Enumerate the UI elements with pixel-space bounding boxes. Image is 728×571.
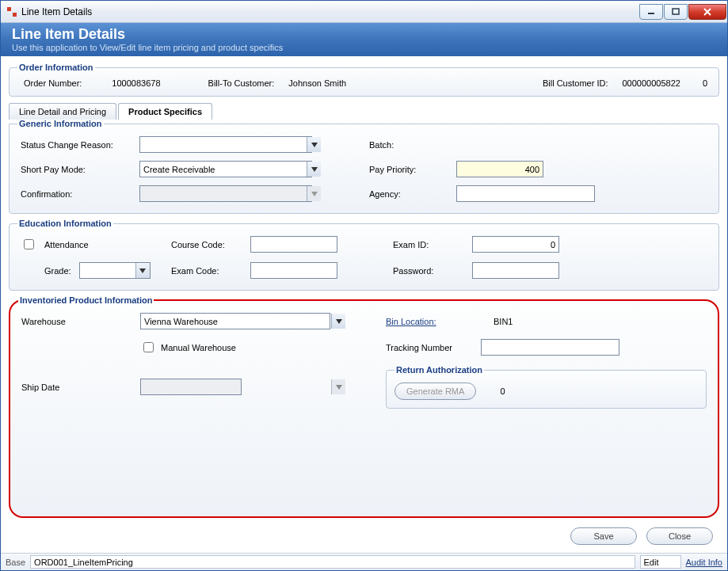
close-button-form[interactable]: Close: [646, 527, 713, 545]
warehouse-label: Warehouse: [21, 317, 140, 326]
titlebar: Line Item Details: [1, 1, 727, 23]
attendance-label: Attendance: [44, 240, 171, 249]
password-input[interactable]: [472, 262, 559, 279]
agency-label: Agency:: [369, 189, 456, 199]
pay-priority-label: Pay Priority:: [369, 165, 456, 174]
chevron-down-icon[interactable]: [135, 263, 150, 278]
svg-rect-3: [673, 9, 679, 14]
maximize-icon: [672, 8, 680, 16]
maximize-button[interactable]: [664, 4, 688, 20]
inventoried-product-legend: Inventoried Product Information: [18, 295, 154, 305]
order-information-legend: Order Information: [17, 63, 95, 72]
app-icon: [6, 6, 18, 18]
order-number-value: 1000083678: [112, 78, 160, 88]
course-code-input[interactable]: [250, 236, 337, 253]
order-row: Order Number: 1000083678 Bill-To Custome…: [17, 75, 711, 89]
tracking-number-input[interactable]: [481, 339, 619, 356]
content: Order Information Order Number: 10000836…: [1, 56, 727, 553]
svg-rect-0: [7, 7, 11, 11]
close-icon: [703, 8, 712, 16]
exam-id-input[interactable]: [472, 236, 559, 253]
save-button[interactable]: Save: [570, 527, 637, 545]
attendance-checkbox[interactable]: [24, 239, 34, 249]
manual-warehouse-label: Manual Warehouse: [161, 343, 236, 352]
ship-date-picker: [140, 379, 346, 395]
minimize-button[interactable]: [639, 4, 663, 20]
short-pay-mode-label: Short Pay Mode:: [21, 165, 139, 174]
warehouse-combo[interactable]: [140, 313, 346, 329]
audit-info-link[interactable]: Audit Info: [686, 558, 722, 567]
chevron-down-icon[interactable]: [307, 137, 321, 152]
chevron-down-icon[interactable]: [307, 162, 321, 177]
status-change-reason-combo[interactable]: [139, 136, 322, 153]
warehouse-input[interactable]: [140, 313, 330, 329]
page-subtitle: Use this application to View/Edit line i…: [12, 43, 716, 52]
close-button[interactable]: [688, 4, 726, 20]
tabs: Line Detail and Pricing Product Specific…: [9, 103, 719, 120]
return-authorization-group: Return Authorization Generate RMA 0: [386, 365, 707, 409]
order-information-group: Order Information Order Number: 10000836…: [9, 63, 719, 97]
button-row: Save Close: [9, 523, 719, 548]
page-title: Line Item Details: [12, 26, 716, 43]
minimize-icon: [647, 8, 655, 16]
exam-code-label: Exam Code:: [171, 266, 250, 276]
window: Line Item Details Line Item Details Use …: [0, 0, 728, 571]
generate-rma-button[interactable]: Generate RMA: [394, 383, 476, 400]
bin-location-link[interactable]: Bin Location:: [386, 317, 481, 326]
exam-code-input[interactable]: [250, 262, 337, 279]
order-number-label: Order Number:: [24, 78, 82, 88]
svg-rect-1: [13, 13, 17, 17]
status-change-reason-label: Status Change Reason:: [21, 140, 139, 150]
chevron-down-icon[interactable]: [331, 314, 345, 329]
education-information-group: Education Information Attendance Course …: [9, 219, 719, 291]
short-pay-mode-combo[interactable]: [139, 161, 322, 177]
bill-customer-sub-value: 0: [703, 78, 707, 88]
rma-value: 0: [500, 386, 505, 396]
window-title: Line Item Details: [21, 6, 92, 17]
agency-input[interactable]: [456, 185, 595, 202]
password-label: Password:: [393, 266, 472, 276]
confirmation-combo: [139, 185, 322, 202]
grade-combo[interactable]: [79, 262, 151, 279]
status-change-reason-input[interactable]: [139, 136, 312, 153]
statusbar-edit: Edit: [640, 555, 681, 569]
tracking-number-label: Tracking Number: [386, 343, 481, 352]
manual-warehouse-checkbox[interactable]: [143, 342, 154, 352]
ship-date-input: [140, 379, 242, 395]
ship-date-label: Ship Date: [21, 383, 140, 392]
generic-information-legend: Generic Information: [17, 119, 104, 128]
statusbar: Base ORD001_LineItemPricing Edit Audit I…: [1, 553, 727, 570]
bill-to-value: Johnson Smith: [288, 78, 346, 88]
window-buttons: [639, 4, 727, 20]
return-authorization-legend: Return Authorization: [394, 365, 484, 375]
chevron-down-icon: [331, 379, 345, 394]
confirmation-input: [139, 185, 312, 202]
tab-line-detail[interactable]: Line Detail and Pricing: [9, 103, 116, 120]
course-code-label: Course Code:: [171, 240, 250, 249]
pay-priority-input[interactable]: [456, 161, 543, 177]
bill-customer-id-value: 000000005822: [622, 78, 680, 88]
tab-product-specifics[interactable]: Product Specifics: [118, 103, 212, 120]
batch-label: Batch:: [369, 140, 456, 150]
exam-id-label: Exam ID:: [393, 240, 472, 249]
chevron-down-icon: [307, 186, 321, 201]
bill-customer-id-label: Bill Customer ID:: [543, 78, 608, 88]
grade-label: Grade:: [44, 266, 71, 276]
statusbar-form-id: ORD001_LineItemPricing: [30, 555, 635, 569]
education-information-legend: Education Information: [17, 219, 113, 228]
generic-information-group: Generic Information Status Change Reason…: [9, 119, 719, 214]
short-pay-mode-input[interactable]: [139, 161, 312, 177]
statusbar-base-label: Base: [6, 558, 25, 567]
banner: Line Item Details Use this application t…: [1, 23, 727, 56]
inventoried-product-group: Inventoried Product Information Warehous…: [9, 295, 719, 518]
bill-to-label: Bill-To Customer:: [208, 78, 275, 88]
confirmation-label: Confirmation:: [21, 189, 139, 199]
bin-location-value: BIN1: [481, 317, 707, 326]
